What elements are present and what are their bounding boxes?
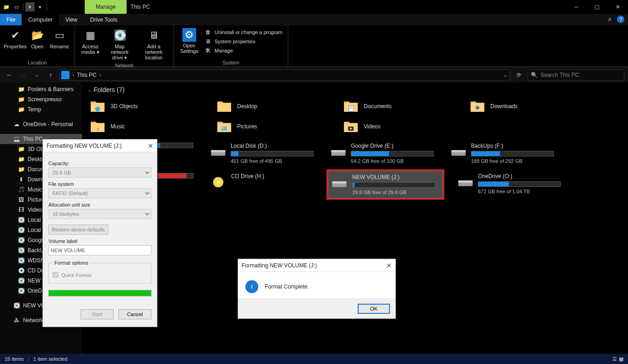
- folder-label: Videos: [364, 123, 380, 130]
- address-dropdown-icon[interactable]: ⌄: [503, 72, 508, 78]
- nav-up[interactable]: ↑: [45, 69, 56, 81]
- quick-format-checkbox[interactable]: [52, 272, 58, 278]
- help-icon[interactable]: ?: [617, 16, 624, 23]
- format-dialog-close[interactable]: ✕: [148, 142, 153, 150]
- refresh-button[interactable]: ⟳: [513, 72, 525, 78]
- folder-label: Pictures: [237, 123, 257, 130]
- sidebar-label: Network: [23, 317, 43, 324]
- folder-label: Music: [110, 123, 125, 130]
- msgbox-title: Formatting NEW VOLUME (J:): [242, 262, 317, 269]
- drive-usage-bar: [352, 182, 435, 188]
- ribbon-add-network[interactable]: 🖥Add a network location: [138, 27, 170, 61]
- alloc-label: Allocation unit size: [48, 202, 151, 208]
- sidebar-label: Music: [28, 186, 42, 193]
- folders-header[interactable]: Folders (7): [87, 86, 622, 93]
- drive-item[interactable]: Google Drive (E:)54.2 GB free of 100 GB: [328, 140, 436, 166]
- sidebar-icon: 💽: [17, 216, 25, 224]
- maximize-button[interactable]: ▢: [587, 0, 607, 14]
- drive-name: Local Disk (D:): [231, 143, 314, 149]
- drive-item[interactable]: BackUps (F:)189 GB free of 292 GB: [448, 140, 556, 166]
- nav-forward[interactable]: →: [17, 69, 29, 81]
- qat-undo-icon[interactable]: ▾: [35, 2, 45, 12]
- ribbon-properties[interactable]: ✔Properties: [4, 27, 27, 50]
- label: Rename: [50, 44, 69, 49]
- view-details-icon[interactable]: ☰: [612, 356, 617, 362]
- ribbon-map-network[interactable]: 💽Map network drive ▾: [104, 27, 136, 62]
- cancel-button[interactable]: Cancel: [118, 309, 151, 319]
- sidebar-icon: 🎵: [17, 186, 25, 193]
- format-dialog-title: Formatting NEW VOLUME (J:): [47, 143, 122, 149]
- capacity-select[interactable]: 29.8 GB: [48, 168, 151, 178]
- folder-label: Desktop: [237, 103, 257, 110]
- msgbox-close[interactable]: ✕: [386, 262, 392, 269]
- menu-computer[interactable]: Computer: [22, 14, 59, 25]
- sidebar-icon: 💽: [17, 226, 25, 234]
- address-bar[interactable]: › This PC › ⌄: [59, 69, 510, 81]
- sidebar-icon: 📁: [17, 106, 25, 113]
- folder-item[interactable]: ♪Music: [87, 116, 196, 137]
- folder-icon: [89, 98, 106, 115]
- folder-icon: [343, 98, 359, 115]
- folder-item[interactable]: Documents: [341, 96, 449, 116]
- folder-item[interactable]: Desktop: [214, 96, 322, 116]
- ribbon-uninstall[interactable]: 🗑Uninstall or change a program: [203, 28, 284, 36]
- ribbon-access-media[interactable]: ▦Access media ▾: [79, 27, 102, 56]
- start-button[interactable]: Start: [81, 309, 114, 319]
- folder-item[interactable]: Videos: [341, 116, 449, 137]
- ribbon-system-props[interactable]: 🖥System properties: [203, 37, 284, 46]
- ribbon-manage[interactable]: 🛠Manage: [203, 46, 284, 55]
- drive-item[interactable]: NEW VOLUME (J:)29.8 GB free of 29.8 GB: [328, 171, 443, 198]
- minimize-button[interactable]: ─: [566, 0, 587, 14]
- view-large-icon[interactable]: ▦: [619, 356, 623, 362]
- label: Add a network location: [140, 44, 168, 60]
- drive-item[interactable]: Local Disk (D:)451 GB free of 495 GB: [208, 140, 316, 166]
- drive-item[interactable]: OneDrive (O:)672 GB free of 1.04 TB: [455, 171, 563, 198]
- nav-recent[interactable]: ⌄: [31, 69, 42, 81]
- drive-usage-bar: [478, 181, 561, 187]
- close-button[interactable]: ✕: [607, 0, 628, 14]
- add-network-icon: 🖥: [146, 28, 161, 43]
- format-options-legend: Format options: [52, 260, 90, 266]
- sidebar-item[interactable]: ☁OneDrive - Personal: [0, 119, 82, 129]
- folder-item[interactable]: 3D Objects: [87, 96, 196, 116]
- drive-item[interactable]: CD Drive (H:): [208, 171, 316, 198]
- menu-view[interactable]: View: [59, 14, 84, 25]
- volume-label-label: Volume label: [48, 238, 151, 244]
- ribbon-rename[interactable]: ▭Rename: [48, 27, 71, 50]
- folder-item[interactable]: Downloads: [467, 96, 576, 116]
- label: Manage: [215, 48, 233, 53]
- fs-select[interactable]: FAT32 (Default): [48, 188, 151, 198]
- msgbox-message: Format Complete.: [265, 283, 309, 290]
- qat-properties-icon[interactable]: ▭: [12, 2, 21, 12]
- svg-point-6: [222, 127, 224, 129]
- sidebar-icon: ☁: [13, 121, 20, 128]
- alloc-select[interactable]: 16 kilobytes: [48, 209, 151, 219]
- sidebar-label: Temp: [28, 106, 41, 113]
- folder-item[interactable]: Pictures: [214, 116, 322, 137]
- sidebar-item[interactable]: 📁Screenpresso: [0, 94, 82, 104]
- sidebar-item[interactable]: 📁Posters & Banners: [0, 84, 82, 94]
- sidebar-item[interactable]: 📁Temp: [0, 104, 82, 115]
- drive-free-text: 189 GB free of 292 GB: [471, 158, 554, 164]
- volume-label-input[interactable]: [48, 245, 151, 255]
- label: Uninstall or change a program: [215, 29, 282, 35]
- sidebar-icon: 💻: [13, 135, 20, 143]
- menu-file[interactable]: File: [0, 14, 22, 25]
- qat-dropdown-icon[interactable]: ▾: [25, 2, 35, 12]
- menu-drive-tools[interactable]: Drive Tools: [84, 14, 124, 25]
- search-box[interactable]: 🔍 Search This PC: [528, 69, 624, 81]
- label: Map network drive ▾: [105, 44, 134, 61]
- ribbon-open-settings[interactable]: ⚙Open Settings: [178, 27, 201, 55]
- collapse-ribbon-icon[interactable]: ᐱ: [608, 17, 611, 22]
- nav-back[interactable]: ←: [4, 69, 15, 81]
- sidebar-icon: 🖧: [13, 317, 20, 324]
- restore-defaults-button[interactable]: Restore device defaults: [48, 225, 108, 235]
- sidebar-icon: 💽: [17, 237, 25, 244]
- folder-label: 3D Objects: [110, 103, 138, 110]
- context-tab-manage[interactable]: Manage: [85, 0, 127, 14]
- folder-label: Documents: [364, 103, 392, 110]
- ok-button[interactable]: OK: [358, 304, 390, 314]
- ribbon-open[interactable]: 📂Open: [29, 27, 46, 50]
- search-placeholder: Search This PC: [541, 72, 579, 78]
- drive-usage-bar: [231, 151, 314, 156]
